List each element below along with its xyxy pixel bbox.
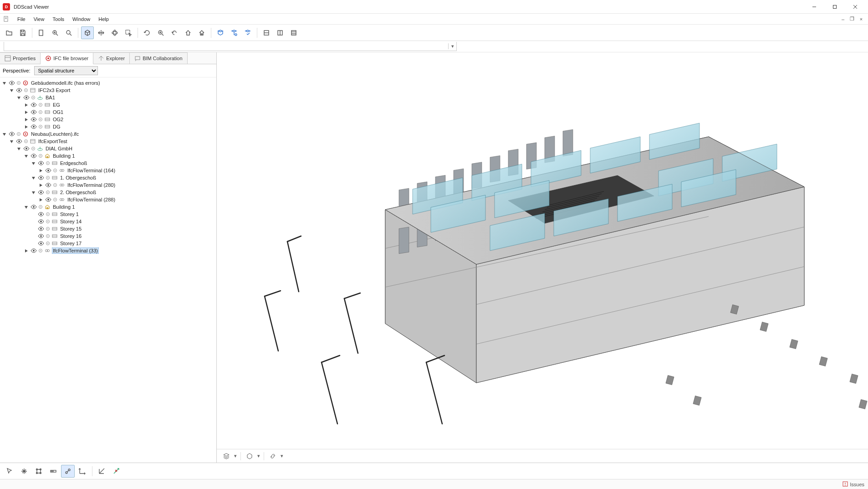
close-button[interactable] [845, 0, 865, 14]
expand-icon[interactable] [24, 124, 29, 129]
tree-node[interactable]: Storey 16 [1, 232, 215, 240]
tree-node[interactable]: DIAL GmbH [1, 145, 215, 152]
save-button[interactable] [16, 26, 29, 39]
pan-button[interactable] [95, 26, 107, 39]
tree-node[interactable]: IfcFlowTerminal (33) [1, 247, 215, 254]
viewport-3d[interactable]: ▾ ▾ ▾ [217, 52, 868, 463]
eye-icon[interactable] [31, 124, 37, 129]
menu-window[interactable]: Window [69, 15, 94, 23]
tree-node[interactable]: DG [1, 123, 215, 130]
tree-node[interactable]: Erdgeschoß [1, 160, 215, 167]
focus-icon[interactable] [16, 132, 21, 136]
focus-icon[interactable] [52, 197, 58, 202]
expand-icon[interactable] [24, 248, 29, 253]
tree-node[interactable]: OG1 [1, 108, 215, 116]
snap-tool-button[interactable] [17, 465, 31, 478]
snap-grid-button[interactable] [32, 465, 46, 478]
measure-button[interactable] [46, 465, 60, 478]
chevron-down-icon[interactable]: ▾ [448, 43, 456, 49]
collapse-icon[interactable] [31, 190, 36, 195]
issues-panel-toggle[interactable]: Issues [842, 481, 864, 488]
origin-button[interactable] [95, 465, 109, 478]
menu-file[interactable]: File [14, 15, 29, 23]
eye-icon[interactable] [31, 154, 37, 158]
home-view-button[interactable] [182, 26, 194, 39]
address-combo[interactable]: ▾ [4, 42, 457, 51]
focus-icon[interactable] [52, 183, 58, 187]
expand-icon[interactable] [38, 168, 43, 173]
focus-icon[interactable] [38, 154, 43, 158]
focus-icon[interactable] [38, 248, 43, 253]
tab-bim-collab[interactable]: BIM Collaboration [130, 52, 187, 64]
eye-icon[interactable] [38, 190, 44, 195]
tree-node[interactable]: OG2 [1, 116, 215, 123]
menu-help[interactable]: Help [95, 15, 112, 23]
eye-icon[interactable] [38, 226, 44, 231]
rotate-view-button[interactable] [141, 26, 153, 39]
3d-view-button[interactable] [81, 26, 94, 39]
tree-node[interactable]: Building 1 [1, 152, 215, 160]
collapse-icon[interactable] [2, 132, 7, 137]
select-tool-button[interactable] [3, 465, 16, 478]
collapse-icon[interactable] [9, 88, 14, 93]
collapse-icon[interactable] [31, 175, 36, 180]
eye-icon[interactable] [16, 88, 22, 93]
eye-icon[interactable] [45, 197, 51, 202]
collapse-icon[interactable] [2, 81, 7, 86]
eye-icon[interactable] [38, 175, 44, 180]
menu-view[interactable]: View [30, 15, 48, 23]
tree-node[interactable]: IfcFlowTerminal (288) [1, 196, 215, 203]
tab-explorer[interactable]: Explorer [93, 52, 130, 64]
focus-icon[interactable] [38, 110, 43, 114]
orbit-button[interactable] [108, 26, 121, 39]
menu-tools[interactable]: Tools [49, 15, 68, 23]
focus-icon[interactable] [38, 205, 43, 209]
eye-icon[interactable] [38, 212, 44, 216]
focus-icon[interactable] [45, 234, 51, 238]
focus-icon[interactable] [38, 117, 43, 122]
origin-x-button[interactable] [110, 465, 123, 478]
eye-icon[interactable] [38, 219, 44, 224]
focus-icon[interactable] [45, 212, 51, 216]
eye-icon[interactable] [38, 161, 44, 165]
zoom-window-button[interactable] [62, 26, 75, 39]
tree-node[interactable]: IfcFlowTerminal (280) [1, 181, 215, 189]
section-x-button[interactable] [260, 26, 273, 39]
tree-node[interactable]: EG [1, 101, 215, 108]
mdi-restore[interactable]: ❐ [848, 16, 856, 22]
focus-icon[interactable] [45, 190, 51, 195]
focus-icon[interactable] [45, 219, 51, 224]
ifc-tree[interactable]: Gebäudemodell.ifc (has errors)IFC2x3 Exp… [0, 77, 216, 463]
expand-icon[interactable] [24, 110, 29, 115]
focus-icon[interactable] [31, 95, 36, 100]
collapse-icon[interactable] [24, 154, 29, 159]
page-setup-button[interactable] [35, 26, 48, 39]
tree-node[interactable]: Neubau(Leuchten).ifc [1, 130, 215, 138]
storey-filter-button[interactable] [244, 451, 255, 461]
minimize-button[interactable] [804, 0, 824, 14]
tree-node[interactable]: Storey 15 [1, 225, 215, 232]
focus-icon[interactable] [45, 161, 51, 165]
expand-icon[interactable] [24, 117, 29, 122]
tree-node[interactable]: Building 1 [1, 203, 215, 211]
axis-button[interactable] [76, 465, 89, 478]
mdi-minimize[interactable]: – [839, 16, 847, 22]
eye-icon[interactable] [45, 168, 51, 173]
tree-node[interactable]: Storey 17 [1, 240, 215, 247]
clash-check-button[interactable] [214, 26, 227, 39]
tree-node[interactable]: IfcFlowTerminal (164) [1, 167, 215, 174]
eye-icon[interactable] [31, 117, 37, 122]
eye-icon[interactable] [31, 110, 37, 114]
eye-icon[interactable] [9, 81, 15, 85]
dimension-button[interactable] [61, 465, 75, 478]
mdi-close[interactable]: × [857, 16, 865, 22]
tab-ifc-browser[interactable]: IFC file browser [41, 52, 93, 64]
perspective-select[interactable]: Spatial structure [34, 66, 98, 75]
tree-node[interactable]: 1. Obergeschoß [1, 174, 215, 181]
tree-node[interactable]: 2. Obergeschoß [1, 189, 215, 196]
collapse-icon[interactable] [16, 95, 21, 100]
eye-icon[interactable] [38, 234, 44, 238]
collapse-icon[interactable] [31, 161, 36, 166]
tree-node[interactable]: Storey 1 [1, 211, 215, 218]
layers-button[interactable] [220, 451, 232, 461]
